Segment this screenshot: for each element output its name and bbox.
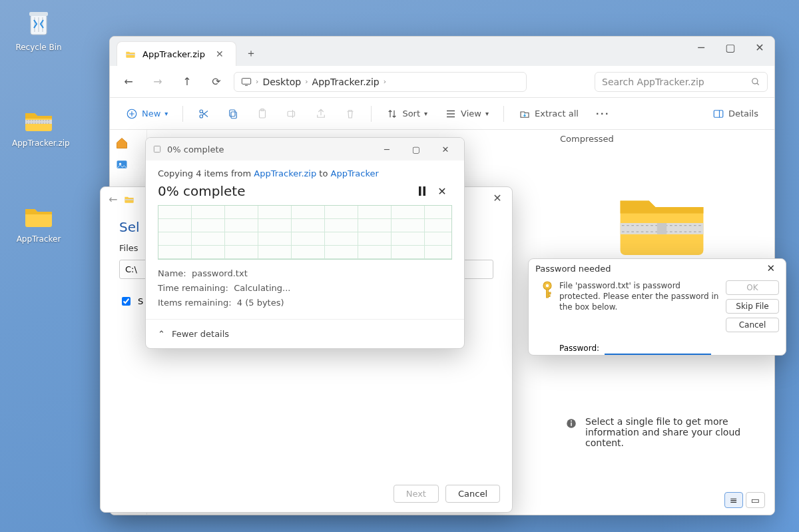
svg-rect-25: [423, 186, 426, 196]
tab-bar: AppTracker.zip ✕ ＋: [110, 37, 774, 66]
share-icon: [315, 108, 327, 120]
close-button[interactable]: ✕: [433, 140, 457, 158]
password-dialog: Password needed ✕ File 'password.txt' is…: [528, 258, 786, 356]
svg-point-5: [752, 78, 758, 83]
minimize-button[interactable]: ─: [375, 140, 399, 158]
details-pane-icon: [712, 108, 724, 120]
zip-folder-icon: [23, 104, 55, 136]
rename-button[interactable]: [279, 104, 304, 124]
svg-rect-3: [126, 54, 134, 55]
maximize-button[interactable]: ▢: [716, 37, 745, 58]
svg-rect-10: [230, 110, 235, 117]
copy-source-link[interactable]: AppTracker.zip: [254, 168, 316, 178]
zip-folder-icon: [125, 49, 136, 59]
breadcrumb-item[interactable]: AppTracker.zip: [312, 77, 380, 87]
dialog-title: Password needed: [535, 264, 611, 274]
password-input[interactable]: [605, 342, 711, 355]
scissors-icon: [198, 108, 210, 120]
next-button[interactable]: Next: [394, 485, 439, 503]
refresh-button[interactable]: ⟳: [204, 70, 228, 94]
new-button[interactable]: New ▾: [119, 104, 174, 124]
desktop-icon-label: AppTracker.zip: [12, 138, 65, 148]
new-tab-button[interactable]: ＋: [236, 41, 266, 66]
column-header-compressed[interactable]: Compressed: [560, 134, 614, 144]
close-button[interactable]: ✕: [483, 187, 512, 208]
key-icon: [539, 280, 555, 300]
maximize-button[interactable]: ▢: [404, 140, 428, 158]
show-extracted-checkbox[interactable]: [122, 297, 131, 306]
desktop-icon-zip[interactable]: AppTracker.zip: [12, 104, 65, 148]
cancel-copy-button[interactable]: ✕: [432, 182, 452, 200]
toolbar: New ▾ Sort ▾ View ▾ Extract all ···: [110, 98, 774, 130]
chevron-right-icon: ›: [384, 77, 386, 86]
progress-stats: Name: password.txt Time remaining: Calcu…: [146, 260, 464, 317]
password-label: Password:: [559, 344, 599, 353]
home-icon[interactable]: [115, 136, 129, 150]
ok-button[interactable]: OK: [726, 280, 779, 295]
gallery-icon[interactable]: [115, 158, 129, 171]
tab-close-button[interactable]: ✕: [212, 47, 228, 61]
copy-button[interactable]: [220, 104, 246, 124]
copy-progress-icon: [152, 144, 162, 154]
cancel-button[interactable]: Cancel: [726, 318, 779, 332]
search-placeholder: Search AppTracker.zip: [602, 77, 704, 87]
copy-progress-dialog: 0% complete ─ ▢ ✕ Copying 4 items from A…: [145, 137, 465, 349]
trash-icon: [344, 108, 356, 120]
share-button[interactable]: [308, 104, 334, 124]
tab-apptracker[interactable]: AppTracker.zip ✕: [117, 41, 236, 66]
svg-rect-24: [419, 186, 421, 196]
info-tip-text: Select a single file to get more informa…: [585, 416, 758, 448]
rename-icon: [286, 108, 298, 120]
view-button[interactable]: View ▾: [438, 104, 495, 124]
fewer-details-toggle[interactable]: ⌃ Fewer details: [146, 319, 464, 348]
svg-rect-14: [714, 110, 723, 117]
clipboard-icon: [256, 108, 268, 120]
view-icon: [445, 108, 457, 120]
back-button[interactable]: ←: [109, 193, 124, 206]
items-remaining: 4 (5 bytes): [237, 298, 284, 308]
svg-rect-22: [125, 199, 134, 200]
chevron-up-icon: ⌃: [158, 329, 165, 339]
svg-rect-4: [242, 78, 250, 84]
close-button[interactable]: ✕: [762, 261, 779, 276]
back-button[interactable]: ←: [117, 70, 140, 94]
desktop-icon-label: Recycle Bin: [12, 43, 65, 52]
dialog-title: 0% complete: [167, 144, 224, 154]
paste-button[interactable]: [250, 104, 275, 124]
chevron-down-icon: ▾: [424, 110, 427, 117]
cut-button[interactable]: [191, 104, 216, 124]
progress-graph: [158, 205, 452, 260]
sort-button[interactable]: Sort ▾: [380, 104, 434, 124]
breadcrumb-item[interactable]: Desktop: [262, 77, 301, 87]
svg-point-21: [571, 420, 572, 421]
more-button[interactable]: ···: [589, 105, 617, 123]
search-box[interactable]: Search AppTracker.zip: [595, 72, 768, 92]
delete-button[interactable]: [338, 104, 363, 124]
time-remaining: Calculating...: [234, 283, 290, 293]
up-button[interactable]: ↑: [175, 70, 199, 94]
large-icons-view-button[interactable]: ▭: [746, 492, 765, 508]
copy-icon: [227, 108, 239, 120]
cancel-button[interactable]: Cancel: [445, 485, 500, 503]
recycle-bin-icon: [23, 8, 55, 40]
svg-rect-30: [548, 295, 550, 297]
desktop-icon-folder[interactable]: AppTracker: [12, 200, 65, 244]
details-pane-button[interactable]: Details: [706, 104, 765, 124]
svg-rect-23: [154, 146, 160, 152]
extract-all-button[interactable]: Extract all: [512, 104, 585, 124]
pause-button[interactable]: [412, 182, 432, 200]
svg-rect-1: [29, 12, 48, 16]
address-bar: ← → ↑ ⟳ › Desktop › AppTracker.zip › Sea…: [110, 66, 774, 98]
skip-file-button[interactable]: Skip File: [726, 299, 779, 314]
password-message: File 'password.txt' is password protecte…: [559, 280, 726, 332]
desktop-icon-recycle-bin[interactable]: Recycle Bin: [12, 8, 65, 52]
minimize-button[interactable]: ─: [686, 37, 716, 58]
monitor-icon: [241, 77, 252, 87]
extract-icon: [519, 108, 531, 120]
details-view-button[interactable]: ≡: [724, 492, 743, 508]
forward-button[interactable]: →: [146, 70, 170, 94]
view-toggle: ≡ ▭: [724, 492, 765, 508]
close-button[interactable]: ✕: [745, 37, 774, 58]
breadcrumb[interactable]: › Desktop › AppTracker.zip ›: [234, 72, 527, 92]
copy-dest-link[interactable]: AppTracker: [331, 168, 379, 178]
